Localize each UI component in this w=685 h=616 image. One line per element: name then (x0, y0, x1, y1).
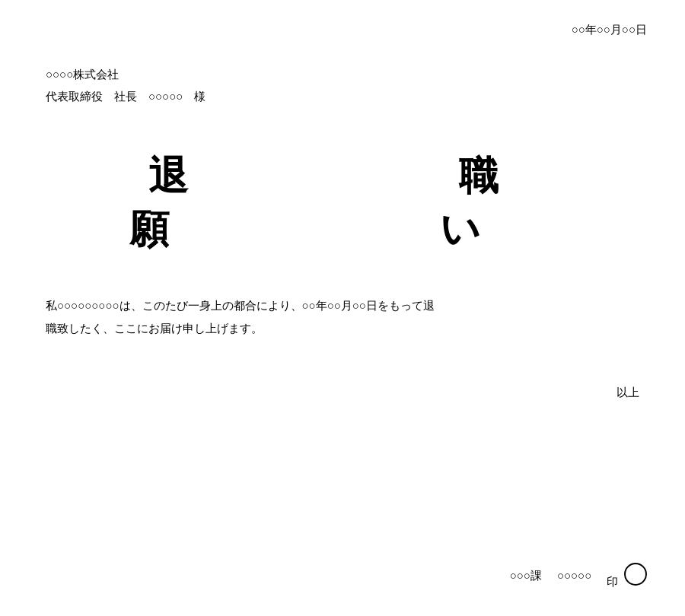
body-text: 私○○○○○○○○○は、このたび一身上の都合により、○○年○○月○○日をもって退… (46, 294, 639, 340)
document-title: 退 職 願 い (129, 154, 686, 251)
date-text: ○○年○○月○○日 (572, 24, 647, 36)
stamp-circle (624, 563, 647, 586)
footer-line: ○○○課 ○○○○○ 印 (510, 563, 647, 589)
company-name: ○○○○株式会社 (46, 68, 647, 82)
recipient-line: 代表取締役 社長 ○○○○○ 様 (46, 90, 647, 104)
body-paragraph2: 職致したく、ここにお届け申し上げます。 (46, 322, 263, 335)
stamp-label: 印 (607, 563, 647, 589)
footer-name: ○○○○○ (557, 570, 591, 583)
date-line: ○○年○○月○○日 (38, 23, 647, 37)
document-page: ○○年○○月○○日 ○○○○株式会社 代表取締役 社長 ○○○○○ 様 退 職 … (0, 0, 685, 616)
closing-ijou: 以上 (38, 386, 639, 400)
body-paragraph1: 私○○○○○○○○○は、このたび一身上の都合により、○○年○○月○○日をもって退 (46, 300, 435, 312)
title-area: 退 職 願 い (38, 150, 647, 256)
footer-department: ○○○課 (510, 569, 542, 583)
